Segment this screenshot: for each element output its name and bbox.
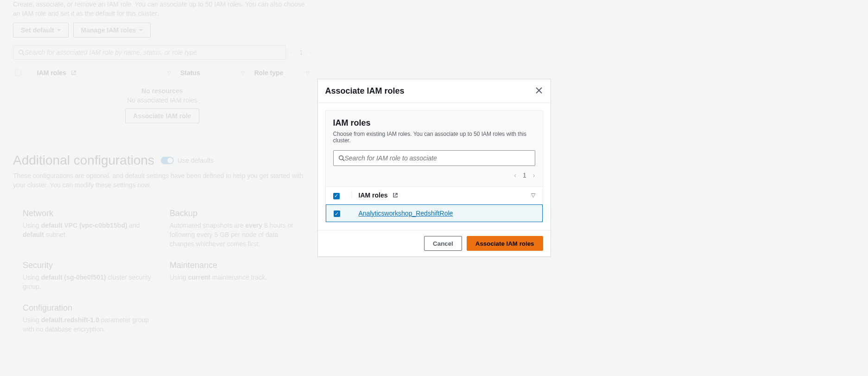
close-icon[interactable] (535, 86, 543, 96)
modal-body: IAM roles Choose from existing IAM roles… (318, 103, 551, 230)
modal-search-input[interactable] (345, 154, 530, 162)
modal-overlay: Associate IAM roles IAM roles Choose fro… (0, 0, 868, 376)
modal-header: Associate IAM roles (318, 79, 551, 103)
modal-table-header: ✓ IAM roles ▽ (326, 187, 543, 204)
chevron-left-icon[interactable]: ‹ (514, 172, 516, 179)
svg-point-4 (339, 156, 343, 160)
modal-column-iam-roles[interactable]: IAM roles (352, 191, 522, 199)
modal-role-link[interactable]: Analyticsworkshop_RedshiftRole (359, 210, 453, 217)
modal-role-row[interactable]: ✓ Analyticsworkshop_RedshiftRole (326, 204, 543, 223)
modal-row-checkbox[interactable]: ✓ (334, 210, 352, 217)
sort-icon[interactable]: ▽ (522, 192, 535, 198)
modal-inner-description: Choose from existing IAM roles. You can … (333, 131, 535, 144)
modal-inner-title: IAM roles (333, 118, 535, 128)
modal-inner-top: IAM roles Choose from existing IAM roles… (326, 111, 543, 187)
svg-line-5 (342, 159, 344, 161)
modal-title: Associate IAM roles (325, 86, 405, 96)
associate-iam-roles-button[interactable]: Associate IAM roles (467, 236, 543, 251)
associate-iam-roles-modal: Associate IAM roles IAM roles Choose fro… (317, 79, 551, 257)
modal-select-all-checkbox[interactable]: ✓ (333, 191, 352, 199)
modal-footer: Cancel Associate IAM roles (318, 230, 551, 256)
modal-inner-card: IAM roles Choose from existing IAM roles… (325, 110, 543, 223)
search-icon (338, 155, 345, 161)
chevron-right-icon[interactable]: › (533, 172, 535, 179)
modal-search-box[interactable] (333, 150, 535, 166)
external-link-icon (393, 192, 398, 198)
checkbox-checked-icon: ✓ (334, 210, 340, 217)
checkbox-checked-icon: ✓ (333, 193, 340, 199)
modal-pager-row: ‹ 1 › (333, 172, 535, 179)
modal-role-name-cell: Analyticsworkshop_RedshiftRole (352, 210, 535, 217)
cancel-button[interactable]: Cancel (424, 236, 462, 251)
modal-pager-page: 1 (523, 172, 526, 179)
modal-pager: ‹ 1 › (514, 172, 535, 179)
